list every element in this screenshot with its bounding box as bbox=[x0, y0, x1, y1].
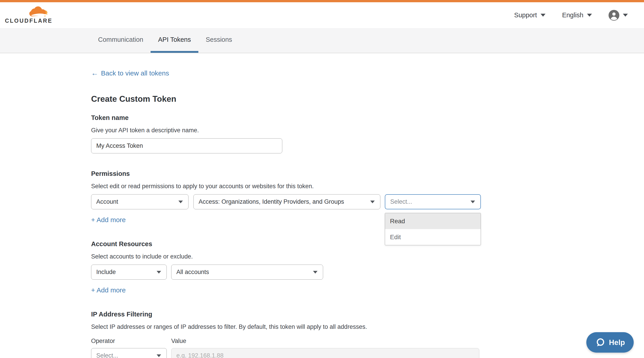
ip-filtering-section: IP Address Filtering Select IP addresses… bbox=[91, 311, 644, 358]
ip-filtering-heading: IP Address Filtering bbox=[91, 311, 644, 318]
chat-bubble-icon bbox=[595, 337, 606, 348]
operator-label: Operator bbox=[91, 337, 171, 344]
permission-resource-value: Access: Organizations, Identity Provider… bbox=[198, 198, 344, 205]
permission-scope-value: Account bbox=[96, 198, 118, 205]
back-arrow-icon: ← bbox=[91, 69, 98, 77]
chevron-down-icon bbox=[313, 271, 318, 273]
accounts-value: All accounts bbox=[176, 269, 209, 276]
account-resources-add-more-link[interactable]: + Add more bbox=[91, 286, 126, 294]
permissions-description: Select edit or read permissions to apply… bbox=[91, 183, 644, 190]
tab-communication[interactable]: Communication bbox=[91, 28, 150, 53]
ip-value-input[interactable] bbox=[171, 348, 479, 358]
chevron-down-icon bbox=[178, 201, 183, 203]
permission-access-placeholder: Select... bbox=[390, 198, 412, 205]
help-button[interactable]: Help bbox=[586, 332, 634, 352]
chevron-down-icon bbox=[470, 201, 475, 203]
chevron-down-icon bbox=[540, 14, 546, 17]
profile-tabbar: Communication API Tokens Sessions bbox=[0, 28, 644, 53]
language-menu[interactable]: English bbox=[562, 12, 592, 19]
language-label: English bbox=[562, 12, 584, 19]
back-link-label: Back to view all tokens bbox=[101, 69, 169, 77]
account-mode-select[interactable]: Include bbox=[91, 265, 167, 280]
support-label: Support bbox=[514, 12, 537, 19]
menu-item-edit[interactable]: Edit bbox=[385, 229, 481, 245]
page-title: Create Custom Token bbox=[91, 94, 644, 104]
chevron-down-icon bbox=[156, 354, 161, 357]
token-name-description: Give your API token a descriptive name. bbox=[91, 127, 644, 134]
operator-select[interactable]: Select... bbox=[91, 348, 167, 358]
main-content: ← Back to view all tokens Create Custom … bbox=[0, 53, 644, 358]
permission-access-select[interactable]: Select... Read Edit bbox=[385, 194, 481, 209]
help-button-label: Help bbox=[609, 338, 625, 347]
permission-resource-select[interactable]: Access: Organizations, Identity Provider… bbox=[194, 194, 380, 209]
back-link[interactable]: ← Back to view all tokens bbox=[91, 69, 169, 77]
account-mode-value: Include bbox=[96, 269, 116, 276]
account-resources-description: Select accounts to include or exclude. bbox=[91, 253, 644, 260]
accounts-select[interactable]: All accounts bbox=[171, 265, 323, 280]
tab-sessions[interactable]: Sessions bbox=[198, 28, 240, 53]
permissions-heading: Permissions bbox=[91, 170, 644, 177]
chevron-down-icon bbox=[156, 271, 161, 273]
ip-filtering-description: Select IP addresses or ranges of IP addr… bbox=[91, 323, 644, 330]
operator-placeholder: Select... bbox=[96, 352, 118, 358]
user-avatar-icon bbox=[608, 10, 619, 21]
permissions-section: Permissions Select edit or read permissi… bbox=[91, 170, 644, 224]
cloudflare-logo-text: CLOUDFLARE bbox=[5, 18, 52, 24]
support-menu[interactable]: Support bbox=[514, 12, 546, 19]
token-name-heading: Token name bbox=[91, 114, 644, 122]
permissions-add-more-link[interactable]: + Add more bbox=[91, 216, 126, 224]
chevron-down-icon bbox=[370, 201, 375, 203]
chevron-down-icon bbox=[623, 14, 628, 17]
permission-access-dropdown-menu: Read Edit bbox=[385, 213, 481, 245]
token-name-input[interactable] bbox=[91, 138, 282, 153]
brand-accent-bar bbox=[0, 0, 644, 2]
account-resources-section: Account Resources Select accounts to inc… bbox=[91, 240, 644, 294]
account-resources-heading: Account Resources bbox=[91, 240, 644, 248]
menu-item-read[interactable]: Read bbox=[385, 213, 481, 229]
token-name-section: Token name Give your API token a descrip… bbox=[91, 114, 644, 153]
tab-api-tokens[interactable]: API Tokens bbox=[150, 28, 198, 53]
cloudflare-logo[interactable]: CLOUDFLARE bbox=[5, 6, 52, 24]
cloudflare-cloud-icon bbox=[29, 6, 52, 17]
account-menu[interactable] bbox=[608, 10, 628, 21]
value-label: Value bbox=[171, 337, 186, 344]
permission-scope-select[interactable]: Account bbox=[91, 194, 188, 209]
chevron-down-icon bbox=[587, 14, 592, 17]
app-header: CLOUDFLARE Support English bbox=[0, 2, 644, 28]
